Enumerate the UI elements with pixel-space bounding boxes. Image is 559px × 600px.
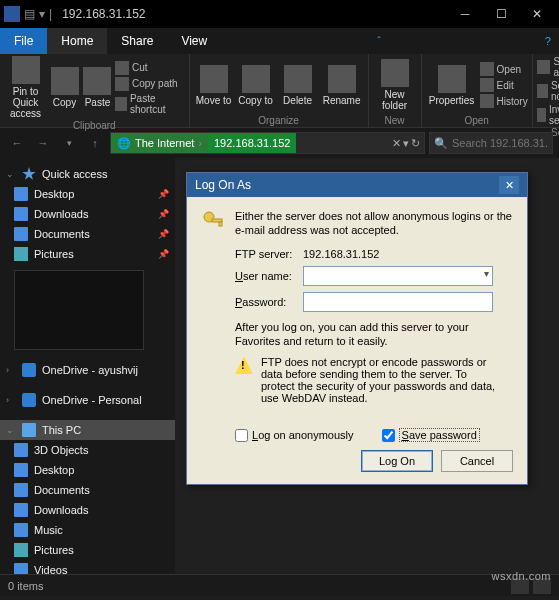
sidebar-3d-objects[interactable]: 3D Objects (0, 440, 175, 460)
open-icon (480, 62, 494, 76)
group-label-organize: Organize (194, 114, 364, 127)
nav-forward-button[interactable]: → (32, 132, 54, 154)
desktop-icon (14, 463, 28, 477)
sidebar-pictures[interactable]: Pictures📌 (0, 244, 175, 264)
cancel-button[interactable]: Cancel (441, 450, 513, 472)
star-icon (22, 167, 36, 181)
globe-icon: 🌐 (117, 137, 131, 150)
sidebar-music[interactable]: Music (0, 520, 175, 540)
qat-folder-icon[interactable]: ▤ (24, 7, 35, 21)
copy-icon (51, 67, 79, 95)
dialog-titlebar[interactable]: Log On As ✕ (187, 173, 527, 197)
invert-selection-icon (537, 108, 546, 122)
sidebar-desktop2[interactable]: Desktop (0, 460, 175, 480)
ftp-server-row: FTP server: 192.168.31.152 (235, 248, 513, 260)
status-bar: 0 items (0, 574, 559, 596)
select-none-icon (537, 84, 548, 98)
copy-button[interactable]: Copy (49, 56, 80, 119)
address-clear-icon[interactable]: ✕ (392, 137, 401, 150)
paste-shortcut-button[interactable]: Paste shortcut (115, 93, 185, 115)
password-input[interactable] (303, 292, 493, 312)
sidebar-downloads2[interactable]: Downloads (0, 500, 175, 520)
cut-icon (115, 61, 129, 75)
breadcrumb-root[interactable]: 🌐The Internet› (111, 133, 208, 153)
breadcrumb-address[interactable]: 192.168.31.152 (208, 133, 296, 153)
sidebar-thumbnail[interactable] (14, 270, 144, 350)
nav-up-button[interactable]: ↑ (84, 132, 106, 154)
nav-history-button[interactable]: ▾ (58, 132, 80, 154)
minimize-button[interactable]: ─ (447, 0, 483, 28)
pc-icon (22, 423, 36, 437)
maximize-button[interactable]: ☐ (483, 0, 519, 28)
copy-to-button[interactable]: Copy to (236, 56, 276, 114)
tab-view[interactable]: View (167, 28, 221, 54)
sidebar-pictures2[interactable]: Pictures (0, 540, 175, 560)
search-box[interactable]: 🔍 (429, 132, 553, 154)
key-icon (201, 209, 225, 233)
logon-button[interactable]: Log On (361, 450, 433, 472)
address-dropdown-icon[interactable]: ▾ (403, 137, 409, 150)
history-button[interactable]: History (480, 94, 528, 108)
paste-button[interactable]: Paste (82, 56, 113, 119)
qat-down-icon[interactable]: ▾ (39, 7, 45, 21)
tab-share[interactable]: Share (107, 28, 167, 54)
history-icon (480, 94, 494, 108)
sidebar-onedrive-1[interactable]: ›OneDrive - ayushvij (0, 360, 175, 380)
sidebar-videos[interactable]: Videos (0, 560, 175, 574)
ribbon-group-clipboard: Pin to Quick access Copy Paste Cut Copy … (0, 54, 190, 127)
search-icon: 🔍 (434, 137, 448, 150)
tab-file[interactable]: File (0, 28, 47, 54)
pin-icon: 📌 (158, 249, 169, 259)
sidebar-this-pc[interactable]: ⌄This PC (0, 420, 175, 440)
search-input[interactable] (452, 137, 548, 149)
delete-button[interactable]: Delete (278, 56, 318, 114)
new-folder-button[interactable]: New folder (373, 56, 417, 114)
invert-selection-button[interactable]: Invert selection (537, 104, 559, 126)
rename-button[interactable]: Rename (320, 56, 364, 114)
properties-button[interactable]: Properties (426, 56, 478, 114)
tab-home[interactable]: Home (47, 28, 107, 54)
pin-icon (12, 56, 40, 84)
open-button[interactable]: Open (480, 62, 528, 76)
cut-button[interactable]: Cut (115, 61, 185, 75)
dialog-close-button[interactable]: ✕ (499, 176, 519, 194)
nav-back-button[interactable]: ← (6, 132, 28, 154)
desktop-icon (14, 187, 28, 201)
copy-path-icon (115, 77, 129, 91)
sidebar-quick-access[interactable]: ⌄Quick access (0, 164, 175, 184)
address-bar[interactable]: 🌐The Internet› 192.168.31.152 ✕ ▾ ↻ (110, 132, 425, 154)
paste-shortcut-icon (115, 97, 127, 111)
password-row: Password: (235, 292, 513, 312)
select-none-button[interactable]: Select none (537, 80, 559, 102)
refresh-icon[interactable]: ↻ (411, 137, 420, 150)
ribbon-group-new: New folder New (369, 54, 422, 127)
logon-anonymously-checkbox[interactable]: Log on anonymously (235, 429, 354, 442)
help-icon[interactable]: ? (537, 28, 559, 54)
pictures-icon (14, 247, 28, 261)
sidebar-documents[interactable]: Documents📌 (0, 224, 175, 244)
sidebar: ⌄Quick access Desktop📌 Downloads📌 Docume… (0, 158, 175, 574)
music-icon (14, 523, 28, 537)
copy-path-button[interactable]: Copy path (115, 77, 185, 91)
username-input[interactable] (303, 266, 493, 286)
ftp-server-label: FTP server: (235, 248, 303, 260)
move-to-button[interactable]: Move to (194, 56, 234, 114)
close-button[interactable]: ✕ (519, 0, 555, 28)
pictures-icon (14, 543, 28, 557)
downloads-icon (14, 503, 28, 517)
ribbon-toggle-icon[interactable]: ˆ (369, 28, 389, 54)
sidebar-documents2[interactable]: Documents (0, 480, 175, 500)
documents-icon (14, 227, 28, 241)
sidebar-downloads[interactable]: Downloads📌 (0, 204, 175, 224)
pin-quick-access-button[interactable]: Pin to Quick access (4, 56, 47, 119)
save-password-checkbox[interactable]: Save password (382, 428, 480, 442)
onedrive-icon (22, 363, 36, 377)
sidebar-onedrive-2[interactable]: ›OneDrive - Personal (0, 390, 175, 410)
sidebar-desktop[interactable]: Desktop📌 (0, 184, 175, 204)
ftp-server-value: 192.168.31.152 (303, 248, 379, 260)
edit-button[interactable]: Edit (480, 78, 528, 92)
window-title: 192.168.31.152 (62, 7, 145, 21)
select-all-button[interactable]: Select all (537, 56, 559, 78)
dialog-warning-text: FTP does not encrypt or encode passwords… (261, 356, 499, 404)
warning-icon (235, 356, 253, 374)
